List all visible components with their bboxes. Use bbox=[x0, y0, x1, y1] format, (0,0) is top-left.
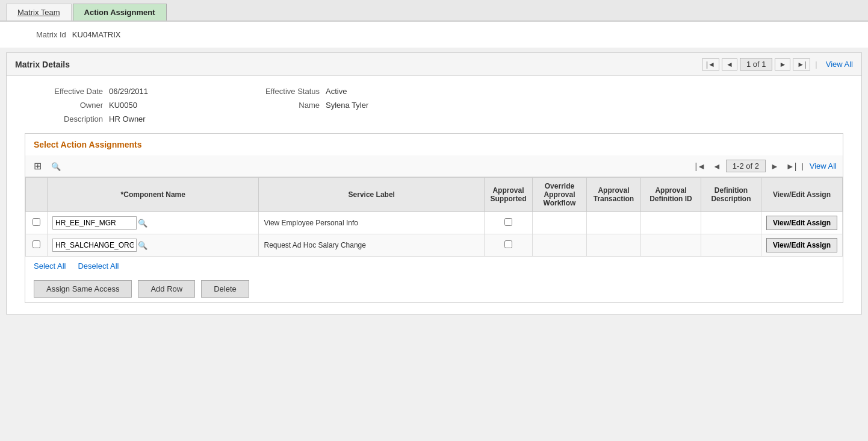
row-override-approval-1 bbox=[532, 234, 586, 257]
col-view-edit-assign: View/Edit Assign bbox=[761, 178, 842, 212]
detail-grid: Effective Date 06/29/2011 Effective Stat… bbox=[25, 87, 843, 124]
effective-status-value: Active bbox=[326, 87, 446, 96]
delete-button[interactable]: Delete bbox=[201, 280, 249, 298]
matrix-details-panel: Matrix Details |◄ ◄ 1 of 1 ► ►| | View A… bbox=[6, 52, 862, 314]
tab-bar: Matrix Team Action Assignment bbox=[0, 0, 868, 22]
tab-matrix-team[interactable]: Matrix Team bbox=[6, 4, 72, 20]
row-definition-description-1 bbox=[701, 234, 761, 257]
col-service-label: Service Label bbox=[259, 178, 484, 212]
name-value: Sylena Tyler bbox=[326, 101, 446, 110]
component-name-input-0[interactable] bbox=[52, 216, 137, 230]
effective-date-value: 06/29/2011 bbox=[109, 87, 229, 96]
nav-page-indicator: 1 of 1 bbox=[740, 58, 773, 70]
grid-icon-button[interactable] bbox=[31, 159, 44, 173]
matrix-id-section: Matrix Id KU04MATRIX bbox=[0, 22, 868, 48]
row-service-label-0: View Employee Personal Info bbox=[259, 212, 484, 234]
row-approval-transaction-0 bbox=[586, 212, 640, 234]
matrix-details-body: Effective Date 06/29/2011 Effective Stat… bbox=[7, 76, 861, 314]
component-search-button-1[interactable]: 🔍 bbox=[138, 241, 147, 250]
matrix-id-label: Matrix Id bbox=[36, 30, 66, 39]
sub-toolbar-right: |◄ ◄ 1-2 of 2 ► ►| | View All bbox=[693, 160, 837, 172]
matrix-details-nav: |◄ ◄ 1 of 1 ► ►| | View All bbox=[702, 58, 853, 70]
grid-icon bbox=[34, 161, 42, 171]
col-approval-transaction: Approval Transaction bbox=[586, 178, 640, 212]
row-component-name-cell-0: 🔍 bbox=[48, 212, 259, 234]
row-checkbox-0[interactable] bbox=[33, 218, 40, 226]
sub-view-all-link[interactable]: View All bbox=[810, 161, 837, 170]
col-approval-definition-id: Approval Definition ID bbox=[640, 178, 701, 212]
view-edit-assign-button-0[interactable]: View/Edit Assign bbox=[766, 216, 837, 230]
assign-same-access-button[interactable]: Assign Same Access bbox=[34, 280, 132, 298]
row-checkbox-cell[interactable] bbox=[26, 212, 48, 234]
row-checkbox-cell[interactable] bbox=[26, 234, 48, 257]
row-approval-definition-id-0 bbox=[640, 212, 701, 234]
action-assignments-table: *Component Name Service Label Approval S… bbox=[25, 177, 843, 257]
select-deselect-row: Select All Deselect All bbox=[25, 257, 843, 275]
sub-toolbar-left bbox=[31, 159, 63, 173]
sub-nav-separator: | bbox=[801, 161, 803, 170]
row-definition-description-0 bbox=[701, 212, 761, 234]
row-approval-supported-0[interactable] bbox=[484, 212, 532, 234]
row-component-name-cell-1: 🔍 bbox=[48, 234, 259, 257]
approval-supported-checkbox-1[interactable] bbox=[504, 240, 512, 248]
select-all-link[interactable]: Select All bbox=[34, 261, 66, 271]
owner-label: Owner bbox=[25, 101, 109, 110]
tab-action-assignment[interactable]: Action Assignment bbox=[73, 4, 167, 20]
row-checkbox-1[interactable] bbox=[33, 240, 40, 248]
sub-nav-prev-button[interactable]: ◄ bbox=[710, 160, 724, 172]
row-override-approval-0 bbox=[532, 212, 586, 234]
nav-next-button[interactable]: ► bbox=[775, 58, 790, 70]
nav-separator: | bbox=[815, 60, 817, 69]
sub-nav-next-button[interactable]: ► bbox=[768, 160, 781, 172]
view-all-link[interactable]: View All bbox=[826, 60, 853, 69]
effective-status-label: Effective Status bbox=[229, 87, 326, 96]
col-checkbox bbox=[26, 178, 48, 212]
row-approval-transaction-1 bbox=[586, 234, 640, 257]
component-name-input-1[interactable] bbox=[52, 239, 137, 252]
action-buttons-row: Assign Same Access Add Row Delete bbox=[25, 275, 843, 302]
sub-toolbar: |◄ ◄ 1-2 of 2 ► ►| | View All bbox=[25, 155, 843, 177]
deselect-all-link[interactable]: Deselect All bbox=[78, 261, 119, 271]
row-view-edit-cell-0: View/Edit Assign bbox=[761, 212, 842, 234]
table-row: 🔍 View Employee Personal Info View/Edit … bbox=[26, 212, 843, 234]
row-approval-supported-1[interactable] bbox=[484, 234, 532, 257]
nav-last-button[interactable]: ►| bbox=[793, 58, 810, 70]
nav-prev-button[interactable]: ◄ bbox=[722, 58, 737, 70]
name-label: Name bbox=[229, 101, 326, 110]
sub-panel-title: Select Action Assignments bbox=[34, 140, 141, 149]
approval-supported-checkbox-0[interactable] bbox=[504, 218, 512, 226]
select-action-assignments-panel: Select Action Assignments |◄ ◄ 1-2 of 2 … bbox=[25, 133, 843, 303]
col-override-approval-workflow: Override Approval Workflow bbox=[532, 178, 586, 212]
search-toolbar-button[interactable] bbox=[49, 160, 63, 172]
table-header-row: *Component Name Service Label Approval S… bbox=[26, 178, 843, 212]
col-component-name: *Component Name bbox=[48, 178, 259, 212]
row-approval-definition-id-1 bbox=[640, 234, 701, 257]
table-row: 🔍 Request Ad Hoc Salary Change View/Edit… bbox=[26, 234, 843, 257]
sub-nav-last-button[interactable]: ►| bbox=[784, 160, 799, 172]
matrix-id-value: KU04MATRIX bbox=[72, 30, 121, 39]
owner-value: KU0050 bbox=[109, 101, 229, 110]
description-value: HR Owner bbox=[109, 114, 229, 124]
sub-nav-first-button[interactable]: |◄ bbox=[693, 160, 708, 172]
component-search-button-0[interactable]: 🔍 bbox=[138, 219, 147, 228]
description-label: Description bbox=[25, 114, 109, 124]
effective-date-label: Effective Date bbox=[25, 87, 109, 96]
row-service-label-1: Request Ad Hoc Salary Change bbox=[259, 234, 484, 257]
row-view-edit-cell-1: View/Edit Assign bbox=[761, 234, 842, 257]
col-definition-description: Definition Description bbox=[701, 178, 761, 212]
matrix-details-header: Matrix Details |◄ ◄ 1 of 1 ► ►| | View A… bbox=[7, 53, 861, 76]
view-edit-assign-button-1[interactable]: View/Edit Assign bbox=[766, 238, 837, 252]
sub-panel-header: Select Action Assignments bbox=[25, 134, 843, 155]
add-row-button[interactable]: Add Row bbox=[138, 280, 195, 298]
search-icon bbox=[51, 161, 61, 171]
col-approval-supported: Approval Supported bbox=[484, 178, 532, 212]
nav-first-button[interactable]: |◄ bbox=[702, 58, 719, 70]
sub-nav-page-indicator: 1-2 of 2 bbox=[726, 160, 766, 172]
matrix-details-title: Matrix Details bbox=[15, 60, 70, 69]
component-name-input-wrapper-1: 🔍 bbox=[52, 239, 253, 252]
component-name-input-wrapper-0: 🔍 bbox=[52, 216, 253, 230]
